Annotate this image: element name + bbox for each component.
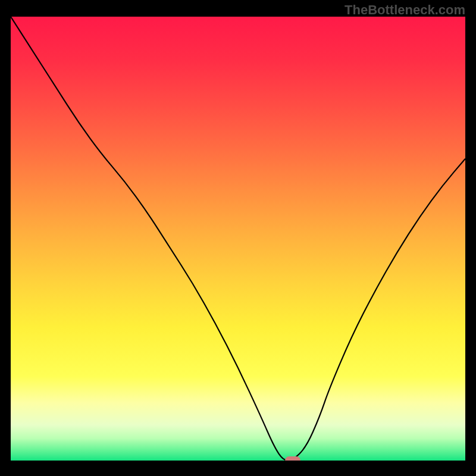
chart-plot-area <box>11 17 465 461</box>
chart-background <box>11 17 465 461</box>
chart-svg <box>11 17 465 461</box>
watermark-text: TheBottleneck.com <box>345 2 465 18</box>
optimal-point-marker <box>285 456 300 461</box>
